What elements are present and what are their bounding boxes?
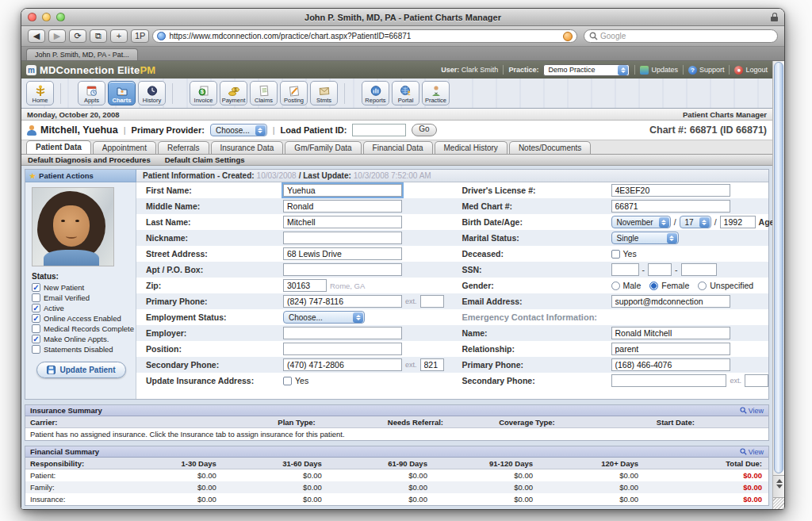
new-tab-button[interactable]: + bbox=[110, 29, 128, 43]
employment-status-label: Employment Status: bbox=[136, 312, 283, 322]
toolbar-posting-button[interactable]: Posting bbox=[280, 81, 308, 105]
updates-link[interactable]: Updates bbox=[640, 66, 678, 75]
checkbox-statements-disabled[interactable]: Statements Disabled bbox=[32, 345, 131, 354]
ssn-part2-input[interactable] bbox=[648, 263, 672, 276]
patient-actions-header[interactable]: ★ Patient Actions bbox=[25, 170, 136, 182]
toolbar-history-button[interactable]: History bbox=[138, 81, 166, 105]
tab-insurance-data[interactable]: Insurance Data bbox=[211, 141, 284, 154]
scroll-down-arrow[interactable] bbox=[776, 485, 783, 488]
med-chart-input[interactable] bbox=[611, 200, 730, 213]
toolbar-reports-button[interactable]: Reports bbox=[362, 81, 389, 105]
financial-view-link[interactable]: View bbox=[740, 448, 764, 456]
support-icon: ? bbox=[688, 66, 697, 75]
employer-input[interactable] bbox=[283, 327, 402, 339]
tab-gm-family-data[interactable]: Gm/Family Data bbox=[285, 141, 361, 154]
scrollbar-thumb[interactable] bbox=[774, 62, 783, 473]
gender-female-radio[interactable] bbox=[649, 282, 658, 290]
position-input[interactable] bbox=[283, 343, 402, 355]
checkbox-active[interactable]: Active bbox=[32, 304, 131, 312]
address-bar[interactable]: https://www.mdconnection.com/practice/ch… bbox=[152, 29, 577, 43]
apt-pobox-input[interactable] bbox=[283, 263, 402, 276]
checkbox-medical-records[interactable]: Medical Records Complete bbox=[32, 324, 131, 333]
back-button[interactable]: ◀ bbox=[28, 29, 45, 43]
deceased-checkbox[interactable] bbox=[611, 250, 620, 259]
tab-appointment[interactable]: Appointment bbox=[93, 141, 156, 154]
subtab-default-claim-settings[interactable]: Default Claim Settings bbox=[165, 155, 245, 164]
vertical-scrollbar[interactable] bbox=[772, 61, 784, 509]
onepassword-button[interactable]: 1P bbox=[131, 29, 149, 43]
toolbar-invoice-button[interactable]: $ Invoice bbox=[190, 81, 217, 105]
toolbar-appts-button[interactable]: Appts bbox=[78, 81, 105, 105]
primary-phone-input[interactable] bbox=[283, 295, 402, 308]
support-link[interactable]: ?Support bbox=[688, 66, 725, 75]
secondary-phone-input[interactable] bbox=[283, 358, 402, 371]
emergency-phone2-input[interactable] bbox=[611, 374, 727, 387]
scrollbar-arrows[interactable] bbox=[773, 475, 785, 497]
checkbox-online-access[interactable]: Online Access Enabled bbox=[32, 314, 131, 323]
tab-notes-documents[interactable]: Notes/Documents bbox=[509, 141, 591, 154]
mac-title-bar: John P. Smith, MD, PA - Patient Charts M… bbox=[21, 9, 784, 26]
zip-input[interactable] bbox=[283, 279, 327, 292]
forward-button[interactable]: ▶ bbox=[48, 29, 66, 43]
street-address-input[interactable] bbox=[283, 247, 402, 260]
tab-financial-data[interactable]: Financial Data bbox=[363, 141, 433, 154]
first-name-input[interactable] bbox=[283, 184, 402, 197]
toolbar-portal-button[interactable]: Portal bbox=[392, 81, 419, 105]
email-input[interactable] bbox=[611, 295, 730, 308]
emergency-name-input[interactable] bbox=[611, 327, 730, 339]
gender-male-radio[interactable] bbox=[611, 282, 620, 290]
nickname-input[interactable] bbox=[283, 232, 402, 244]
checkbox-make-online-appts[interactable]: Make Online Appts. bbox=[32, 335, 131, 343]
table-row: Insurance: $0.00$0.00$0.00$0.00$0.00 $0.… bbox=[25, 493, 768, 505]
claims-document-icon bbox=[258, 85, 270, 97]
browser-tab[interactable]: John P. Smith, MD, PA - Pat... bbox=[26, 48, 138, 60]
birth-month-select[interactable]: November bbox=[611, 216, 671, 228]
tab-patient-data[interactable]: Patient Data bbox=[26, 140, 91, 154]
update-insurance-checkbox[interactable] bbox=[283, 377, 292, 385]
select-stepper-icon bbox=[659, 217, 669, 228]
toolbar-stmts-button[interactable]: Stmts bbox=[310, 81, 338, 105]
insurance-view-link[interactable]: View bbox=[740, 407, 764, 415]
practice-select[interactable]: Demo Practice bbox=[543, 64, 630, 76]
primary-provider-select[interactable]: Choose... bbox=[210, 124, 267, 136]
tab-medical-history[interactable]: Medical History bbox=[435, 141, 508, 154]
tab-referrals[interactable]: Referrals bbox=[158, 141, 209, 154]
gender-unspecified-radio[interactable] bbox=[698, 282, 707, 290]
select-stepper-icon bbox=[667, 233, 677, 243]
emergency-phone-input[interactable] bbox=[611, 358, 730, 371]
secondary-phone-ext-input[interactable] bbox=[420, 358, 444, 371]
middle-name-input[interactable] bbox=[283, 200, 402, 213]
toolbar-home-button[interactable]: Home bbox=[26, 81, 54, 105]
ssn-part1-input[interactable] bbox=[611, 263, 639, 276]
reload-button[interactable]: ⟳ bbox=[69, 29, 86, 43]
patient-actions-sidebar: Status: New Patient Email Verified Activ… bbox=[25, 182, 136, 399]
last-name-input[interactable] bbox=[283, 216, 402, 228]
toolbar-claims-button[interactable]: Claims bbox=[250, 81, 278, 105]
load-patient-input[interactable] bbox=[352, 124, 406, 136]
subtab-default-diagnosis[interactable]: Default Diagnosis and Procedures bbox=[28, 155, 151, 164]
toolbar-payment-button[interactable]: $ Payment bbox=[220, 81, 247, 105]
resize-grip[interactable] bbox=[773, 497, 785, 509]
drivers-license-input[interactable] bbox=[611, 184, 730, 197]
logout-link[interactable]: ●Logout bbox=[734, 66, 768, 75]
toolbar-practice-button[interactable]: Practice bbox=[422, 81, 450, 105]
scroll-up-arrow[interactable] bbox=[776, 479, 783, 483]
emergency-phone2-ext-input[interactable] bbox=[745, 374, 768, 387]
marital-status-select[interactable]: Single bbox=[611, 232, 679, 244]
employment-status-select[interactable]: Choose... bbox=[283, 311, 365, 324]
checkbox-email-verified[interactable]: Email Verified bbox=[32, 293, 131, 302]
ssn-part3-input[interactable] bbox=[681, 263, 717, 276]
birth-day-select[interactable]: 17 bbox=[680, 216, 711, 228]
search-input[interactable]: Google bbox=[584, 29, 778, 43]
go-button[interactable]: Go bbox=[412, 124, 436, 136]
main-content: ★ Patient Actions Patient Information - … bbox=[21, 166, 772, 509]
checkbox-new-patient[interactable]: New Patient bbox=[32, 283, 131, 292]
app-logo-icon: m bbox=[26, 65, 36, 75]
snapback-icon[interactable]: ⧉ bbox=[90, 29, 107, 43]
birth-year-input[interactable] bbox=[720, 216, 756, 228]
primary-phone-ext-input[interactable] bbox=[420, 295, 444, 308]
toolbar-charts-button[interactable]: Charts bbox=[108, 81, 136, 105]
rss-snapback-icon[interactable] bbox=[563, 32, 573, 41]
relationship-input[interactable] bbox=[611, 343, 730, 355]
update-patient-button[interactable]: Update Patient bbox=[36, 362, 125, 378]
